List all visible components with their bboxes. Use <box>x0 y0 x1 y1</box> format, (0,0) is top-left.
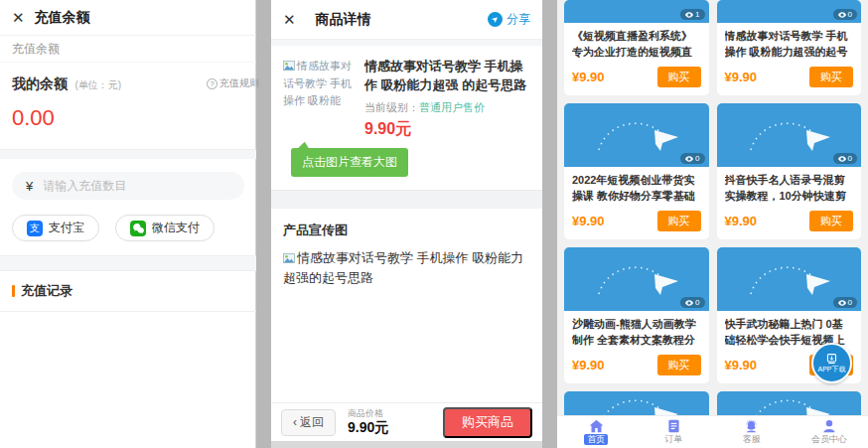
view-large-image-button[interactable]: 点击图片查看大图 <box>291 148 408 177</box>
eye-icon <box>838 300 846 306</box>
product-info: 情感故事对话号教学 手机操作 吸粉能力超强 的起号思路 当前级别：普通用户售价 … <box>364 58 530 140</box>
bottom-navigation: 首页 订单 客服 <box>557 415 868 448</box>
user-level-row: 当前级别：普通用户售价 <box>364 100 530 115</box>
eye-icon <box>685 12 693 18</box>
promo-section: 产品宣传图 情感故事对话号教学 手机操作 吸粉能力超强的起号思路 <box>271 209 542 301</box>
views-badge: 0 <box>833 153 857 164</box>
recharge-records-header: 充值记录 <box>0 271 256 312</box>
alipay-label: 支付宝 <box>49 220 84 236</box>
nav-item-home[interactable]: 首页 <box>557 416 635 448</box>
product-price: ¥9.90 <box>725 70 758 84</box>
buy-button[interactable]: 购买 <box>657 67 701 87</box>
product-detail-header: ✕ 商品详情 ➤ 分享 <box>271 0 542 40</box>
chevron-left-icon: ‹ <box>293 415 297 429</box>
recharge-amount-input[interactable] <box>43 179 230 193</box>
product-price: ¥9.90 <box>725 358 758 373</box>
level-label: 当前级别： <box>364 101 419 113</box>
product-image[interactable]: 0 <box>717 247 862 311</box>
recharge-records-title: 充值记录 <box>21 282 72 300</box>
back-label: 返回 <box>300 414 324 431</box>
promo-alt-text: 情感故事对话号教学 手机操作 吸粉能力超强的起号思路 <box>283 250 523 286</box>
product-image[interactable]: 0 <box>564 247 709 311</box>
product-detail-panel: ✕ 商品详情 ➤ 分享 情感故事对话号教学 手机操作 吸粉能 情感故事对话号教学… <box>271 0 542 448</box>
buy-button[interactable]: 购买 <box>657 355 701 375</box>
product-card[interactable]: 1 《短视频直播盈利系统》专为企业打造的短视频直播盈利课 ¥9.90 购买 <box>564 0 709 95</box>
views-count: 0 <box>848 154 852 163</box>
eye-icon <box>685 156 693 162</box>
wechat-pay-button[interactable]: 微信支付 <box>115 215 215 241</box>
nav-label-orders: 订单 <box>664 434 682 445</box>
product-card[interactable]: 0 抖音快手名人语录号混剪实操教程，10分钟快速剪辑爆款... ¥9.90 购买 <box>717 103 862 239</box>
paper-plane-icon <box>739 252 838 306</box>
product-price: ¥9.90 <box>572 358 605 373</box>
product-price: ¥9.90 <box>572 214 605 228</box>
product-image[interactable]: 0 <box>564 103 709 167</box>
nav-item-member-center[interactable]: 会员中心 <box>791 416 868 448</box>
section-divider <box>0 255 256 271</box>
question-icon: ? <box>207 78 217 89</box>
product-title: 沙雕动画-熊猫人动画教学制作 全套素材文案教程分享 <box>572 317 701 348</box>
close-icon[interactable]: ✕ <box>12 9 25 27</box>
share-icon: ➤ <box>488 12 503 27</box>
eye-icon <box>838 156 846 162</box>
nav-item-orders[interactable]: 订单 <box>635 416 712 448</box>
buy-button[interactable]: 购买 <box>809 211 853 231</box>
close-icon[interactable]: ✕ <box>283 11 296 29</box>
wechat-pay-label: 微信支付 <box>152 220 200 236</box>
app-download-button[interactable]: APP下载 <box>811 343 852 383</box>
broken-image-icon <box>283 249 295 269</box>
product-title: 抖音快手名人语录号混剪实操教程，10分钟快速剪辑爆款... <box>725 173 854 204</box>
alipay-button[interactable]: 支 支付宝 <box>12 215 99 241</box>
buy-button[interactable]: 购买 <box>809 67 853 87</box>
views-count: 0 <box>695 298 699 307</box>
recharge-header: ✕ 充值余额 <box>0 0 256 36</box>
product-card-info: 抖音快手名人语录号混剪实操教程，10分钟快速剪辑爆款... ¥9.90 购买 <box>717 167 862 239</box>
product-card[interactable]: 0 2022年短视频创业带货实操课 教你好物分享零基础快速... ¥9.90 购… <box>564 103 709 239</box>
buy-button[interactable]: 购买 <box>657 211 701 231</box>
wechat-icon <box>130 221 146 236</box>
page-title: 充值余额 <box>35 9 90 27</box>
recharge-rules-link[interactable]: ? 充值规则 <box>207 76 259 90</box>
footer-price: 商品价格 9.90元 <box>348 408 388 437</box>
footer-price-value: 9.90元 <box>348 419 388 437</box>
promo-section-title: 产品宣传图 <box>283 222 530 239</box>
nav-label-member-center: 会员中心 <box>811 434 847 445</box>
customer-service-icon <box>744 419 759 433</box>
nav-item-support[interactable]: 客服 <box>713 416 791 448</box>
breadcrumb: 充值余额 <box>0 36 256 63</box>
paper-plane-icon <box>587 252 686 306</box>
back-button[interactable]: ‹ 返回 <box>281 409 336 436</box>
product-card[interactable]: 0 情感故事对话号教学 手机操作 吸粉能力超强的起号思路 ¥9.90 购买 <box>717 0 862 95</box>
product-card-info: 沙雕动画-熊猫人动画教学制作 全套素材文案教程分享 ¥9.90 购买 <box>564 311 709 383</box>
product-image[interactable]: 0 <box>717 103 862 167</box>
section-marker <box>12 285 15 297</box>
paper-plane-icon <box>739 108 838 162</box>
product-card-info: 《短视频直播盈利系统》专为企业打造的短视频直播盈利课 ¥9.90 购买 <box>564 23 709 95</box>
buy-product-button[interactable]: 购买商品 <box>443 407 532 438</box>
section-divider <box>0 149 256 159</box>
balance-section: 我的余额 (单位：元) ? 充值规则 <box>0 63 256 93</box>
member-icon <box>822 419 836 433</box>
app-download-icon <box>825 354 838 365</box>
recharge-amount-field[interactable]: ¥ <box>12 172 244 200</box>
balance-value: 0.00 <box>0 93 256 149</box>
promo-broken-image[interactable]: 情感故事对话号教学 手机操作 吸粉能力超强的起号思路 <box>283 248 530 288</box>
payment-methods: 支 支付宝 微信支付 <box>0 211 256 255</box>
share-button[interactable]: ➤ 分享 <box>488 11 530 28</box>
broken-image-icon <box>283 59 295 75</box>
product-summary: 情感故事对话号教学 手机操作 吸粉能 情感故事对话号教学 手机操作 吸粉能力超强… <box>271 46 542 140</box>
views-badge: 1 <box>680 9 704 20</box>
product-image[interactable]: 0 <box>717 0 862 23</box>
views-count: 1 <box>695 10 699 19</box>
product-footer-bar: ‹ 返回 商品价格 9.90元 购买商品 <box>271 402 542 441</box>
product-thumbnail-broken-image[interactable]: 情感故事对话号教学 手机操作 吸粉能 <box>283 58 355 140</box>
product-title: 情感故事对话号教学 手机操作 吸粉能力超强的起号思路 <box>725 29 854 60</box>
product-title: 《短视频直播盈利系统》专为企业打造的短视频直播盈利课 <box>572 29 701 60</box>
recharge-rules-label: 充值规则 <box>219 76 259 90</box>
page-title: 商品详情 <box>316 11 488 29</box>
section-divider <box>271 190 542 209</box>
product-image[interactable]: 1 <box>564 0 709 23</box>
nav-label-home: 首页 <box>584 434 608 445</box>
product-card[interactable]: 0 沙雕动画-熊猫人动画教学制作 全套素材文案教程分享 ¥9.90 购买 <box>564 247 709 383</box>
product-card-info: 2022年短视频创业带货实操课 教你好物分享零基础快速... ¥9.90 购买 <box>564 167 709 239</box>
